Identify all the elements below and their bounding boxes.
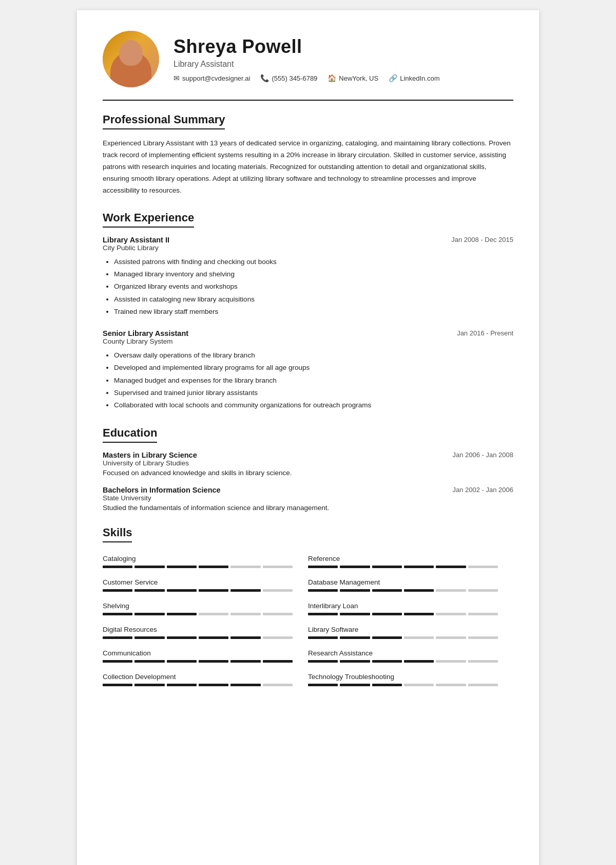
- skill-bar: [308, 613, 498, 615]
- skill-bar: [308, 636, 498, 639]
- skill-segment: [340, 636, 370, 639]
- edu-dates-1: Jan 2006 - Jan 2008: [452, 451, 513, 459]
- skill-segment: [372, 589, 402, 592]
- email-contact: ✉ support@cvdesigner.ai: [174, 74, 250, 82]
- skill-segment: [167, 613, 197, 615]
- skill-bar: [103, 684, 293, 686]
- skill-name: Technology Troubleshooting: [308, 673, 498, 681]
- skill-segment: [372, 684, 402, 686]
- bullet: Developed and implemented library progra…: [114, 362, 513, 374]
- skill-name: Shelving: [103, 602, 293, 610]
- skill-name: Collection Development: [103, 673, 293, 681]
- skill-item-left: Communication: [103, 645, 308, 669]
- skill-name: Customer Service: [103, 578, 293, 586]
- skill-bar: [308, 660, 498, 663]
- skill-segment: [230, 589, 260, 592]
- edu-school-2: State University: [103, 494, 513, 502]
- skill-segment: [436, 660, 466, 663]
- skill-segment: [134, 566, 164, 568]
- skill-segment: [404, 589, 434, 592]
- email-icon: ✉: [174, 74, 180, 82]
- linkedin-icon: 🔗: [389, 74, 397, 82]
- education-section: Education Masters in Library Science Jan…: [103, 426, 513, 512]
- edu-entry-1: Masters in Library Science Jan 2006 - Ja…: [103, 451, 513, 477]
- avatar: [103, 31, 159, 87]
- skill-segment: [308, 636, 338, 639]
- edu-degree-1: Masters in Library Science: [103, 451, 197, 459]
- skill-segment: [263, 660, 293, 663]
- skill-segment: [436, 566, 466, 568]
- experience-section: Work Experience Library Assistant II Jan…: [103, 211, 513, 412]
- skill-name: Database Management: [308, 578, 498, 586]
- skill-bar: [308, 566, 498, 568]
- linkedin-contact: 🔗 LinkedIn.com: [389, 74, 439, 82]
- skill-segment: [436, 613, 466, 615]
- job-company-2: County Library System: [103, 337, 513, 345]
- skill-segment: [468, 684, 498, 686]
- skill-segment: [134, 589, 164, 592]
- skill-segment: [372, 566, 402, 568]
- email-text: support@cvdesigner.ai: [182, 74, 250, 82]
- skill-segment: [103, 684, 132, 686]
- job-entry-2: Senior Library Assistant Jan 2016 - Pres…: [103, 329, 513, 411]
- job-company-1: City Public Library: [103, 244, 513, 252]
- job-dates-1: Jan 2008 - Dec 2015: [451, 236, 513, 243]
- edu-desc-2: Studied the fundamentals of information …: [103, 504, 513, 512]
- job-bullets-1: Assisted patrons with finding and checki…: [103, 256, 513, 318]
- skill-segment: [308, 589, 338, 592]
- job-header-2: Senior Library Assistant Jan 2016 - Pres…: [103, 329, 513, 337]
- edu-entry-2: Bachelors in Information Science Jan 200…: [103, 486, 513, 512]
- skill-segment: [340, 566, 370, 568]
- skill-segment: [263, 636, 293, 639]
- linkedin-text: LinkedIn.com: [400, 74, 439, 82]
- skill-segment: [263, 589, 293, 592]
- skill-name: Cataloging: [103, 555, 293, 562]
- skill-name: Library Software: [308, 626, 498, 633]
- job-bullets-2: Oversaw daily operations of the library …: [103, 349, 513, 411]
- skill-segment: [263, 684, 293, 686]
- skills-title: Skills: [103, 526, 132, 542]
- skill-bar: [103, 613, 293, 615]
- skill-segment: [199, 613, 228, 615]
- skill-item-right: Interlibrary Loan: [308, 598, 513, 622]
- skill-bar: [308, 589, 498, 592]
- experience-title: Work Experience: [103, 211, 194, 228]
- edu-degree-2: Bachelors in Information Science: [103, 486, 221, 494]
- bullet: Oversaw daily operations of the library …: [114, 349, 513, 362]
- skill-segment: [134, 636, 164, 639]
- bullet: Trained new library staff members: [114, 306, 513, 318]
- skill-item-left: Cataloging: [103, 551, 308, 574]
- header-section: Shreya Powell Library Assistant ✉ suppor…: [103, 31, 513, 87]
- skill-segment: [404, 613, 434, 615]
- skill-segment: [263, 613, 293, 615]
- skill-segment: [468, 589, 498, 592]
- bullet: Assisted patrons with finding and checki…: [114, 256, 513, 268]
- summary-title: Professional Summary: [103, 113, 225, 129]
- skill-segment: [167, 636, 197, 639]
- skill-segment: [230, 684, 260, 686]
- location-icon: 🏠: [328, 74, 336, 82]
- location-contact: 🏠 NewYork, US: [328, 74, 378, 82]
- skill-segment: [404, 636, 434, 639]
- job-entry-1: Library Assistant II Jan 2008 - Dec 2015…: [103, 236, 513, 318]
- phone-icon: 📞: [260, 74, 269, 82]
- skill-segment: [340, 684, 370, 686]
- skill-segment: [103, 589, 132, 592]
- skill-segment: [404, 684, 434, 686]
- skill-segment: [103, 613, 132, 615]
- skill-segment: [199, 636, 228, 639]
- skill-segment: [199, 684, 228, 686]
- skill-segment: [167, 684, 197, 686]
- edu-school-1: University of Library Studies: [103, 459, 513, 467]
- skill-segment: [308, 684, 338, 686]
- edu-header-1: Masters in Library Science Jan 2006 - Ja…: [103, 451, 513, 459]
- skill-segment: [404, 660, 434, 663]
- skill-segment: [372, 636, 402, 639]
- skill-segment: [308, 613, 338, 615]
- summary-section: Professional Summary Experienced Library…: [103, 113, 513, 197]
- skill-segment: [468, 660, 498, 663]
- phone-contact: 📞 (555) 345-6789: [260, 74, 317, 82]
- skill-segment: [372, 660, 402, 663]
- resume-document: Shreya Powell Library Assistant ✉ suppor…: [77, 10, 539, 865]
- skill-segment: [230, 566, 260, 568]
